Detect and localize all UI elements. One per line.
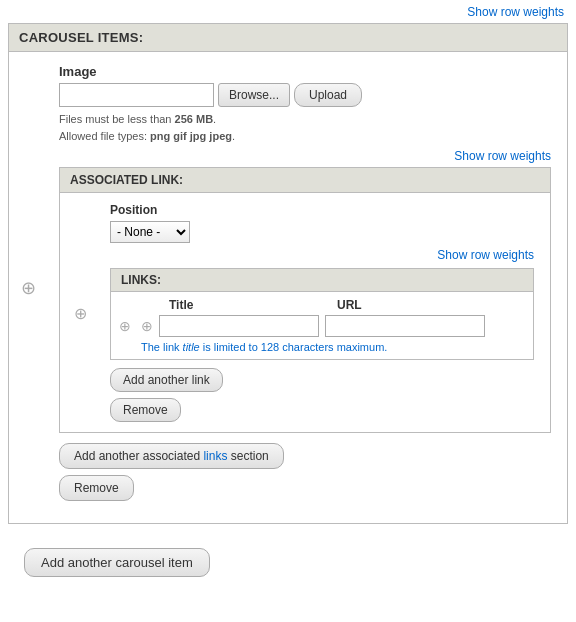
position-label: Position <box>110 203 534 217</box>
associated-link-header: ASSOCIATED LINK: <box>60 168 550 193</box>
top-show-row-weights-link[interactable]: Show row weights <box>467 5 564 19</box>
add-assoc-section-area: Add another associated links section <box>59 443 551 469</box>
file-types-hint: png gif jpg jpeg <box>150 130 232 142</box>
file-size-hint: 256 MB <box>175 113 214 125</box>
browse-button[interactable]: Browse... <box>218 83 290 107</box>
link-url-input[interactable] <box>325 315 485 337</box>
assoc-drag-handle[interactable]: ⊕ <box>74 303 87 322</box>
links-section: LINKS: ⊕ Title URL <box>110 268 534 360</box>
position-select[interactable]: - None - <box>110 221 190 243</box>
carousel-drag-handle[interactable]: ⊕ <box>21 277 36 299</box>
add-assoc-prefix: Add another associated <box>74 449 203 463</box>
add-assoc-section-button[interactable]: Add another associated links section <box>59 443 284 469</box>
carousel-item-remove-button[interactable]: Remove <box>59 475 134 501</box>
add-carousel-item-button[interactable]: Add another carousel item <box>24 548 210 577</box>
links-remove-button[interactable]: Remove <box>110 398 181 422</box>
url-column-header: URL <box>337 298 497 312</box>
inner-show-row-weights-link[interactable]: Show row weights <box>454 149 551 163</box>
carousel-items-header: CAROUSEL ITEMS: <box>9 24 567 52</box>
file-hint: Files must be less than 256 MB. Allowed … <box>59 111 551 144</box>
associated-link-section: ASSOCIATED LINK: ⊕ Position - None - Sho… <box>59 167 551 433</box>
inner-row-weights-area: Show row weights <box>59 148 551 163</box>
link-hint: The link title is limited to 128 charact… <box>141 341 523 353</box>
upload-button[interactable]: Upload <box>294 83 362 107</box>
title-column-header: Title <box>169 298 329 312</box>
link-hint-italic: title <box>183 341 200 353</box>
link-row-drag-handle[interactable]: ⊕ <box>141 318 153 334</box>
add-carousel-text: Add another carousel item <box>41 555 193 570</box>
add-another-link-button[interactable]: Add another link <box>110 368 223 392</box>
add-assoc-suffix: section <box>227 449 268 463</box>
file-text-input[interactable] <box>59 83 214 107</box>
assoc-row-weights-area: Show row weights <box>110 247 534 262</box>
file-input-row: Browse... Upload <box>59 83 551 107</box>
links-columns: Title URL <box>141 298 523 315</box>
image-field-label: Image <box>59 64 551 79</box>
position-select-wrap: - None - <box>110 221 534 243</box>
link-title-input[interactable] <box>159 315 319 337</box>
carousel-items-section: CAROUSEL ITEMS: ⊕ Image Browse... Upload… <box>8 23 568 524</box>
add-carousel-area: Add another carousel item <box>0 532 576 593</box>
links-cols-inner: Title URL <box>141 298 523 315</box>
associated-link-content: ⊕ Position - None - Show row weights LIN… <box>60 193 550 432</box>
links-header: LINKS: <box>111 269 533 292</box>
top-row-weights-area: Show row weights <box>0 0 576 23</box>
link-row: ⊕ <box>141 315 523 337</box>
links-content: ⊕ Title URL <box>111 292 533 359</box>
add-assoc-highlight: links <box>203 449 227 463</box>
carousel-item-content: ⊕ Image Browse... Upload Files must be l… <box>9 52 567 523</box>
assoc-show-row-weights-link[interactable]: Show row weights <box>437 248 534 262</box>
links-drag-handle[interactable]: ⊕ <box>119 318 131 334</box>
